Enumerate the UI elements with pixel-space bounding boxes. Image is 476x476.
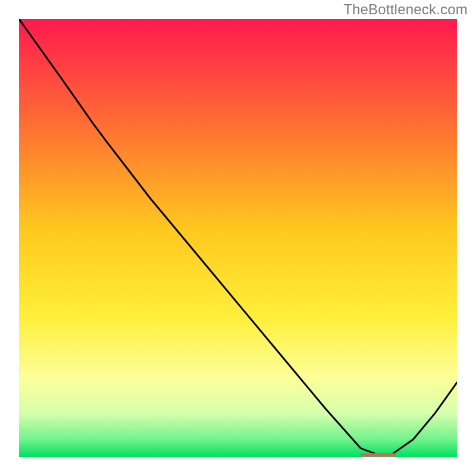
optimal-marker — [361, 453, 396, 456]
chart-container: TheBottleneck.com — [0, 0, 476, 476]
plot-area — [19, 19, 457, 457]
gradient-rect — [19, 19, 457, 457]
chart-svg — [19, 19, 457, 457]
attribution-text: TheBottleneck.com — [343, 1, 468, 18]
